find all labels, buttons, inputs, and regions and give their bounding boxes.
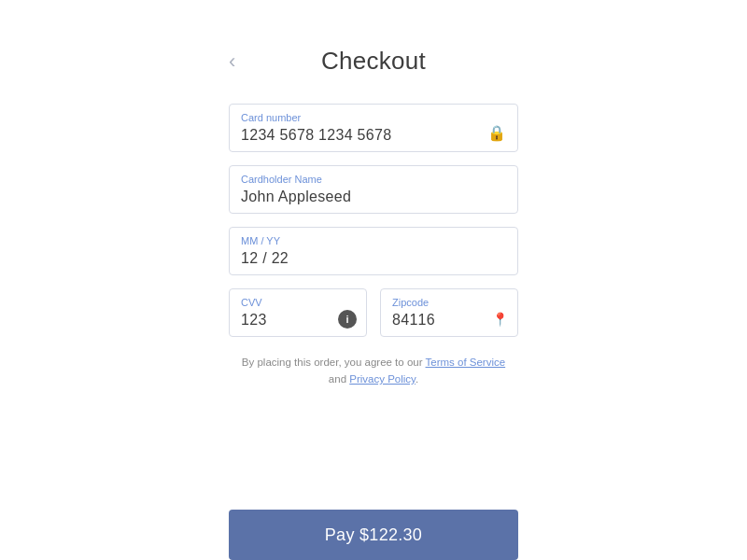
cardholder-name-label: Cardholder Name xyxy=(241,174,506,185)
cardholder-name-value: John Appleseed xyxy=(241,189,351,204)
zipcode-label: Zipcode xyxy=(392,297,506,308)
pay-button[interactable]: Pay $122.30 xyxy=(229,510,518,560)
back-icon: ‹ xyxy=(229,49,235,73)
expiry-label: MM / YY xyxy=(241,235,506,246)
cvv-value: 123 xyxy=(241,312,267,328)
cvv-zipcode-row: CVV 123 i Zipcode 84116 📍 xyxy=(229,288,518,337)
back-button[interactable]: ‹ xyxy=(229,51,235,72)
zipcode-field: Zipcode 84116 📍 xyxy=(380,288,518,337)
privacy-policy-link[interactable]: Privacy Policy xyxy=(349,373,416,385)
card-number-value: 1234 5678 1234 5678 xyxy=(241,127,391,143)
terms-middle: and xyxy=(329,373,349,385)
cvv-label: CVV xyxy=(241,297,355,308)
card-number-label: Card number xyxy=(241,112,506,123)
info-icon: i xyxy=(338,310,357,329)
page-title: Checkout xyxy=(321,47,426,76)
checkout-header: ‹ Checkout xyxy=(229,47,518,76)
terms-of-service-link[interactable]: Terms of Service xyxy=(426,357,506,368)
terms-prefix: By placing this order, you agree to our xyxy=(242,357,426,368)
expiry-value: 12 / 22 xyxy=(241,250,289,266)
lock-icon: 🔒 xyxy=(487,124,506,142)
zipcode-value: 84116 xyxy=(392,312,435,328)
terms-text: By placing this order, you agree to our … xyxy=(229,354,518,388)
location-icon: 📍 xyxy=(492,312,508,327)
expiry-field: MM / YY 12 / 22 xyxy=(229,227,518,275)
card-number-field: Card number 1234 5678 1234 5678 🔒 xyxy=(229,104,518,152)
cvv-field: CVV 123 i xyxy=(229,288,367,337)
terms-suffix: . xyxy=(416,373,418,385)
cardholder-name-field: Cardholder Name John Appleseed xyxy=(229,165,518,214)
